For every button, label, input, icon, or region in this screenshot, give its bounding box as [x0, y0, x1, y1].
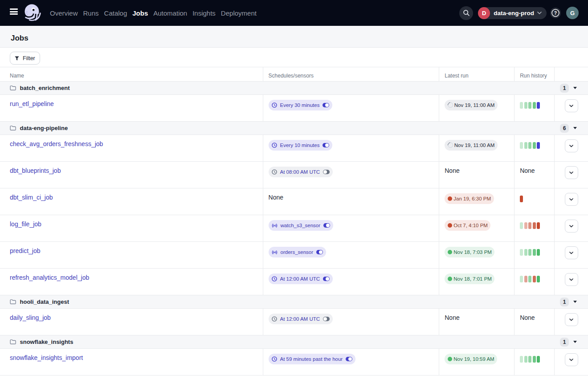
svg-text:?: ? — [554, 10, 557, 16]
